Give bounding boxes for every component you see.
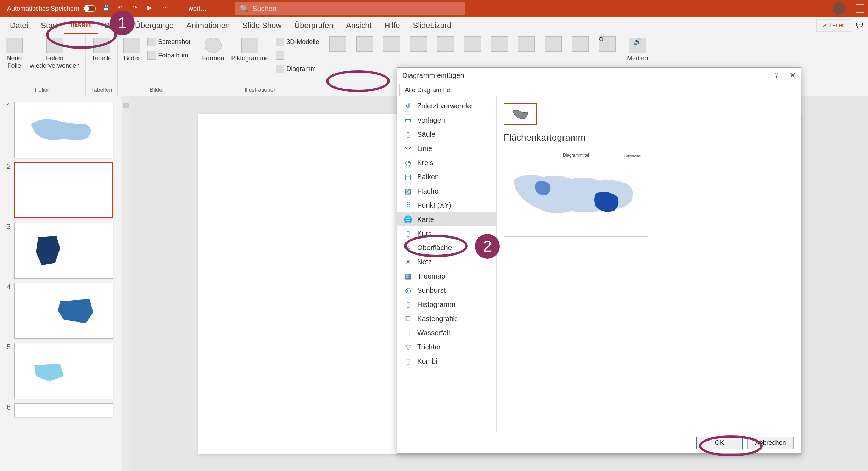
header-footer-icon[interactable]: [518, 36, 535, 52]
slide-thumbnail[interactable]: [14, 102, 113, 158]
tab-uebergaenge[interactable]: Übergänge: [129, 17, 180, 34]
shapes-button[interactable]: Formen: [201, 36, 225, 63]
new-slide-icon: [6, 38, 23, 53]
tab-datei[interactable]: Datei: [4, 17, 34, 34]
chart-type-item[interactable]: 🌐Karte: [397, 212, 496, 226]
slide-thumbnail[interactable]: [14, 403, 113, 417]
group-illustrationen: Formen Piktogramme 3D-Modelle Diagramm: [196, 34, 325, 96]
chart-type-label: Karte: [417, 215, 434, 224]
chart-type-item[interactable]: ✷Netz: [397, 255, 496, 269]
date-icon[interactable]: [572, 36, 589, 52]
group-label: Tabellen: [90, 87, 113, 95]
symbol-icon[interactable]: Ω: [599, 36, 616, 52]
search-box[interactable]: 🔍 Suchen: [235, 2, 465, 15]
photoalbum-button[interactable]: Fotoalbum: [146, 50, 192, 61]
zoom-icon[interactable]: [356, 36, 373, 52]
ribbon-display-icon[interactable]: [856, 4, 864, 13]
chart-type-item[interactable]: ◬Oberfläche: [397, 241, 496, 255]
tab-draw[interactable]: Draw: [98, 17, 129, 34]
smartart-button[interactable]: [274, 50, 320, 61]
chart-type-item[interactable]: ↺Zuletzt verwendet: [397, 99, 496, 113]
group-label: Bilder: [122, 87, 192, 95]
icons-button[interactable]: Piktogramme: [230, 36, 270, 63]
tab-animationen[interactable]: Animationen: [180, 17, 236, 34]
chart-type-item[interactable]: ◔Kreis: [397, 156, 496, 170]
chart-button[interactable]: Diagramm: [274, 63, 320, 74]
chart-type-item[interactable]: ⠿Punkt (XY): [397, 198, 496, 212]
undo-icon[interactable]: ↶: [118, 4, 126, 13]
pictures-label: Bilder: [124, 55, 140, 62]
dialog-footer: OK Abbrechen: [397, 432, 801, 453]
tab-slidelizard[interactable]: SlideLizard: [407, 17, 458, 34]
tab-start[interactable]: Start: [34, 17, 63, 34]
smartart-icon: [276, 51, 284, 60]
audio-icon: 🔊: [629, 38, 646, 53]
cube-icon: [276, 38, 284, 46]
more-icon[interactable]: ⋯: [162, 4, 171, 13]
textbox-icon[interactable]: [491, 36, 508, 52]
close-icon[interactable]: ✕: [789, 71, 796, 80]
chart-type-item[interactable]: ▤Balken: [397, 170, 496, 184]
tab-ansicht[interactable]: Ansicht: [340, 17, 378, 34]
link-icon[interactable]: [383, 36, 400, 52]
screenshot-button[interactable]: Screenshot: [146, 36, 192, 47]
chart-type-icon: ▤: [404, 173, 412, 181]
chart-type-label: Vorlagen: [417, 116, 445, 124]
chart-type-label: Sunburst: [417, 286, 446, 295]
wordart-icon[interactable]: [545, 36, 562, 52]
help-icon[interactable]: ?: [774, 71, 779, 80]
ok-button[interactable]: OK: [696, 437, 743, 449]
redo-icon[interactable]: ↷: [133, 4, 141, 13]
chart-type-label: Kastengrafik: [417, 315, 457, 323]
new-slide-button[interactable]: Neue Folie: [4, 36, 24, 71]
tab-slideshow[interactable]: Slide Show: [236, 17, 288, 34]
chart-subtype[interactable]: [504, 103, 537, 125]
chart-type-icon: ▨: [404, 187, 412, 195]
chart-type-item[interactable]: ▯Kombi: [397, 354, 496, 368]
chart-type-item[interactable]: ▽Trichter: [397, 340, 496, 354]
chart-type-item[interactable]: 〰Linie: [397, 141, 496, 156]
chart-type-item[interactable]: ▭Vorlagen: [397, 113, 496, 127]
tab-insert[interactable]: Insert: [64, 17, 98, 34]
media-button[interactable]: 🔊 Medien: [626, 36, 649, 63]
user-avatar[interactable]: [833, 2, 845, 15]
dialog-title: Diagramm einfügen: [402, 72, 464, 80]
comments-icon[interactable]: 💬: [856, 21, 864, 30]
toggle-switch-icon[interactable]: [83, 5, 96, 12]
action-icon[interactable]: [410, 36, 427, 52]
save-icon[interactable]: 💾: [103, 4, 111, 13]
slide-thumbnail[interactable]: [14, 283, 113, 339]
scrollbar[interactable]: [122, 96, 131, 471]
slide-thumbnail[interactable]: [14, 162, 113, 218]
chart-type-item[interactable]: ◎Sunburst: [397, 283, 496, 297]
slide-thumbnail[interactable]: [14, 223, 113, 279]
chart-type-item[interactable]: ▯Histogramm: [397, 297, 496, 312]
chart-type-label: Kreis: [417, 159, 433, 167]
chart-preview[interactable]: Diagrammtitel Datenreihe1: [504, 149, 648, 237]
table-button[interactable]: Tabelle: [90, 36, 113, 63]
chart-type-item[interactable]: ▯Säule: [397, 127, 496, 141]
star-icon[interactable]: [437, 36, 454, 52]
slideshow-icon[interactable]: ▶: [147, 4, 156, 13]
chart-type-item[interactable]: ⊟Kastengrafik: [397, 312, 496, 326]
tab-ueberpruefen[interactable]: Überprüfen: [288, 17, 340, 34]
pictures-button[interactable]: Bilder: [122, 36, 142, 63]
tab-all-charts[interactable]: Alle Diagramme: [399, 84, 455, 96]
chart-type-icon: ▽: [404, 343, 412, 351]
share-button[interactable]: ↗ Teilen: [816, 19, 851, 32]
comment-icon[interactable]: [464, 36, 481, 52]
document-name[interactable]: worl…: [189, 5, 207, 12]
chart-type-item[interactable]: ▦Treemap: [397, 269, 496, 283]
3d-models-button[interactable]: 3D-Modelle: [274, 36, 320, 47]
share-icon: ↗: [822, 22, 827, 29]
addin-icon[interactable]: [329, 36, 346, 52]
cancel-button[interactable]: Abbrechen: [747, 437, 794, 449]
tab-hilfe[interactable]: Hilfe: [378, 17, 407, 34]
reuse-slides-button[interactable]: Folien wiederverwenden: [28, 36, 81, 71]
slide-thumbnail[interactable]: [14, 343, 113, 399]
chart-type-item[interactable]: ▨Fläche: [397, 184, 496, 198]
autosave-toggle[interactable]: Automatisches Speichern: [7, 5, 96, 12]
chart-type-icon: ↺: [404, 102, 412, 110]
chart-type-item[interactable]: ▯Kurs: [397, 226, 496, 241]
chart-type-item[interactable]: ▯Wasserfall: [397, 326, 496, 340]
